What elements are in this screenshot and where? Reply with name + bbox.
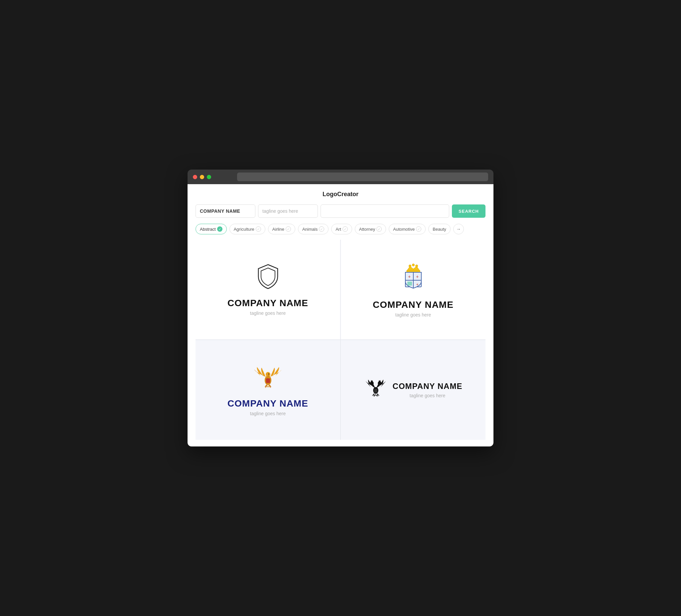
minimize-button[interactable] (200, 175, 204, 179)
company-name-input[interactable] (196, 204, 255, 218)
logo-grid: COMPANY NAME tagline goes here (196, 240, 485, 440)
svg-text:+: + (416, 282, 419, 287)
filter-chip-animals[interactable]: Animals ✓ (298, 224, 329, 234)
check-icon-airline: ✓ (286, 226, 291, 232)
browser-window: LogoCreator SEARCH Abstract ✓ Agricultur… (187, 170, 494, 446)
close-button[interactable] (193, 175, 197, 179)
check-icon-attorney: ✓ (376, 226, 382, 232)
app-title: LogoCreator (196, 191, 485, 198)
filter-label-attorney: Attorney (359, 227, 375, 232)
svg-point-2 (415, 265, 418, 267)
search-button[interactable]: SEARCH (452, 204, 485, 218)
filter-chip-beauty[interactable]: Beauty (428, 224, 450, 234)
eagle-black-icon (364, 377, 387, 402)
maximize-button[interactable] (207, 175, 211, 179)
svg-text:+: + (415, 274, 418, 279)
tagline-input[interactable] (258, 204, 318, 218)
filter-next-button[interactable]: → (453, 224, 464, 234)
logo-2-tagline: tagline goes here (395, 312, 431, 317)
keyword-input[interactable] (321, 204, 449, 218)
logo-4-tagline: tagline goes here (393, 393, 462, 398)
check-icon-agriculture: ✓ (256, 226, 261, 232)
svg-point-14 (268, 374, 269, 375)
filter-label-agriculture: Agriculture (234, 227, 254, 232)
filter-bar: Abstract ✓ Agriculture ✓ Airline ✓ Anima… (196, 224, 485, 234)
filter-label-abstract: Abstract (200, 227, 216, 232)
logo-1-company: COMPANY NAME (227, 298, 308, 308)
filter-chip-automotive[interactable]: Automotive ✓ (389, 224, 426, 234)
filter-chip-airline[interactable]: Airline ✓ (268, 224, 295, 234)
logo-3-company: COMPANY NAME (227, 398, 308, 409)
logo-3-tagline: tagline goes here (250, 411, 286, 416)
logo-card-3[interactable]: COMPANY NAME tagline goes here (196, 340, 340, 440)
filter-label-beauty: Beauty (433, 227, 446, 232)
logo-card-2[interactable]: + + + COMPANY NAME tagline goes here (341, 240, 485, 339)
filter-label-animals: Animals (302, 227, 318, 232)
svg-rect-12 (266, 378, 270, 383)
filter-label-art: Art (335, 227, 341, 232)
svg-point-0 (409, 265, 411, 267)
logo-card-1[interactable]: COMPANY NAME tagline goes here (196, 240, 340, 339)
check-icon-animals: ✓ (319, 226, 324, 232)
logo-card-4[interactable]: COMPANY NAME tagline goes here (341, 340, 485, 440)
logo-2-company: COMPANY NAME (373, 300, 454, 310)
filter-chip-attorney[interactable]: Attorney ✓ (355, 224, 386, 234)
svg-point-1 (412, 264, 414, 266)
filter-chip-abstract[interactable]: Abstract ✓ (196, 224, 227, 234)
eagle-gold-icon (253, 364, 283, 392)
logo-1-tagline: tagline goes here (250, 310, 286, 316)
address-bar (237, 173, 488, 181)
logo-4-text-group: COMPANY NAME tagline goes here (393, 382, 462, 398)
filter-chip-art[interactable]: Art ✓ (331, 224, 352, 234)
filter-label-automotive: Automotive (393, 227, 415, 232)
check-icon-abstract: ✓ (217, 226, 223, 232)
crest-crown-icon: + + + (400, 262, 427, 293)
svg-text:+: + (408, 274, 410, 279)
logo-4-company: COMPANY NAME (393, 382, 462, 391)
search-bar: SEARCH (196, 204, 485, 218)
filter-label-airline: Airline (272, 227, 284, 232)
app-content: LogoCreator SEARCH Abstract ✓ Agricultur… (187, 184, 494, 446)
check-icon-art: ✓ (343, 226, 348, 232)
svg-rect-18 (374, 389, 377, 393)
filter-chip-agriculture[interactable]: Agriculture ✓ (229, 224, 266, 234)
svg-rect-9 (407, 282, 412, 286)
browser-titlebar (187, 170, 494, 184)
shield-icon (256, 263, 280, 291)
check-icon-automotive: ✓ (416, 226, 421, 232)
